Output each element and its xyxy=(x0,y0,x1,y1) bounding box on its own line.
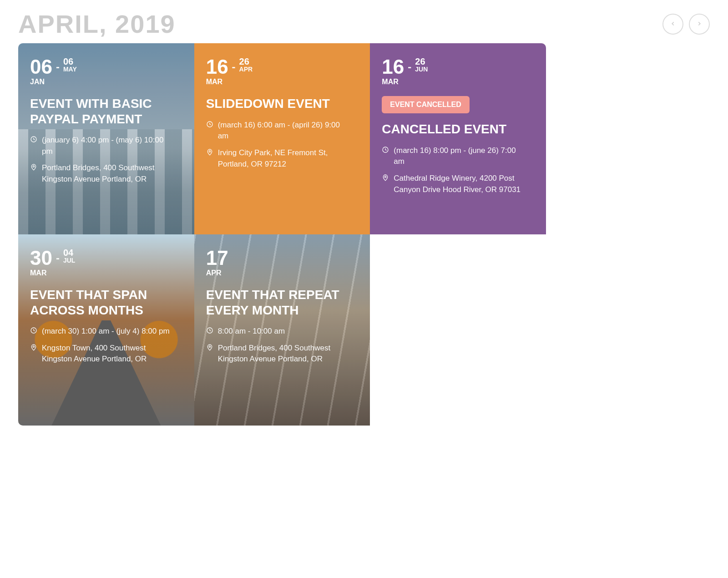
event-location-text: Cathedral Ridge Winery, 4200 Post Canyon… xyxy=(394,173,525,195)
status-badge: EVENT CANCELLED xyxy=(382,96,469,113)
event-date-range: 06 - 06 MAY xyxy=(30,57,182,77)
clock-icon xyxy=(206,121,213,128)
calendar-header: APRIL, 2019 xyxy=(18,9,710,39)
event-time: (january 6) 4:00 pm - (may 6) 10:00 pm xyxy=(30,135,173,157)
clock-icon xyxy=(30,327,37,334)
events-grid: 06 - 06 MAY JAN EVENT WITH BASIC PAYPAL … xyxy=(18,43,546,426)
event-card[interactable]: 06 - 06 MAY JAN EVENT WITH BASIC PAYPAL … xyxy=(18,43,194,234)
clock-icon xyxy=(30,136,37,143)
page-title: APRIL, 2019 xyxy=(18,9,176,39)
event-date-range: 16 - 26 JUN xyxy=(382,57,534,77)
pin-icon xyxy=(30,163,37,171)
start-day: 16 xyxy=(206,57,228,77)
svg-point-7 xyxy=(33,346,34,347)
month-nav xyxy=(662,14,710,35)
end-month: MAY xyxy=(63,66,77,72)
event-location-text: Irving City Park, NE Fremont St, Portlan… xyxy=(218,147,349,170)
event-time-text: 8:00 am - 10:00 am xyxy=(218,326,285,337)
start-month: MAR xyxy=(382,78,534,86)
end-day: 06 xyxy=(63,57,77,66)
start-day: 16 xyxy=(382,57,404,77)
start-day: 06 xyxy=(30,57,52,77)
clock-icon xyxy=(206,327,213,334)
event-date-range: 17 xyxy=(206,248,359,268)
end-day: 26 xyxy=(415,57,428,66)
svg-point-5 xyxy=(385,176,386,177)
event-location: Cathedral Ridge Winery, 4200 Post Canyon… xyxy=(382,173,525,195)
event-title: EVENT THAT SPAN ACROSS MONTHS xyxy=(30,287,170,318)
event-location: Irving City Park, NE Fremont St, Portlan… xyxy=(206,147,349,170)
event-location: Kngston Town, 400 Southwest Kingston Ave… xyxy=(30,343,173,365)
start-month: JAN xyxy=(30,78,182,86)
end-day: 26 xyxy=(239,57,253,66)
svg-point-3 xyxy=(209,151,210,152)
event-card[interactable]: 17 APR EVENT THAT REPEAT EVERY MONTH 8:0… xyxy=(194,234,370,426)
pin-icon xyxy=(382,174,389,181)
event-time: 8:00 am - 10:00 am xyxy=(206,326,349,337)
event-time-text: (march 30) 1:00 am - (july 4) 8:00 pm xyxy=(42,326,170,337)
event-title: EVENT THAT REPEAT EVERY MONTH xyxy=(206,287,346,318)
svg-point-9 xyxy=(209,346,210,347)
date-dash: - xyxy=(408,61,411,73)
event-date-range: 30 - 04 JUL xyxy=(30,248,182,268)
event-card[interactable]: 30 - 04 JUL MAR EVENT THAT SPAN ACROSS M… xyxy=(18,234,194,426)
end-month: JUL xyxy=(63,257,75,264)
event-location-text: Portland Bridges, 400 Southwest Kingston… xyxy=(218,343,349,365)
event-time: (march 30) 1:00 am - (july 4) 8:00 pm xyxy=(30,326,173,337)
event-time: (march 16) 8:00 pm - (june 26) 7:00 am xyxy=(382,145,525,167)
event-time-text: (march 16) 6:00 am - (april 26) 9:00 am xyxy=(218,120,349,142)
event-location: Portland Bridges, 400 Southwest Kingston… xyxy=(206,343,349,365)
date-dash: - xyxy=(56,252,60,264)
event-time: (march 16) 6:00 am - (april 26) 9:00 am xyxy=(206,120,349,142)
pin-icon xyxy=(206,344,213,351)
end-month: APR xyxy=(239,66,253,72)
event-location-text: Portland Bridges, 400 Southwest Kingston… xyxy=(42,162,173,185)
event-time-text: (january 6) 4:00 pm - (may 6) 10:00 pm xyxy=(42,135,173,157)
event-title: SLIDEDOWN EVENT xyxy=(206,96,346,112)
chevron-right-icon xyxy=(696,19,703,29)
start-day: 30 xyxy=(30,248,52,268)
event-date-range: 16 - 26 APR xyxy=(206,57,359,77)
event-location: Portland Bridges, 400 Southwest Kingston… xyxy=(30,162,173,185)
next-month-button[interactable] xyxy=(689,14,710,35)
svg-point-1 xyxy=(33,166,34,167)
event-card[interactable]: 16 - 26 APR MAR SLIDEDOWN EVENT (march 1… xyxy=(194,43,370,234)
event-time-text: (march 16) 8:00 pm - (june 26) 7:00 am xyxy=(394,145,525,167)
date-dash: - xyxy=(232,61,236,73)
chevron-left-icon xyxy=(670,19,676,29)
event-card[interactable]: 16 - 26 JUN MAR EVENT CANCELLED CANCELLE… xyxy=(370,43,546,234)
event-location-text: Kngston Town, 400 Southwest Kingston Ave… xyxy=(42,343,173,365)
prev-month-button[interactable] xyxy=(662,14,683,35)
event-title: CANCELLED EVENT xyxy=(382,122,522,137)
start-month: APR xyxy=(206,269,359,277)
event-title: EVENT WITH BASIC PAYPAL PAYMENT xyxy=(30,96,170,127)
end-day: 04 xyxy=(63,248,75,257)
end-month: JUN xyxy=(415,66,428,72)
clock-icon xyxy=(382,146,389,153)
pin-icon xyxy=(206,148,213,156)
start-day: 17 xyxy=(206,248,228,268)
date-dash: - xyxy=(56,61,60,73)
start-month: MAR xyxy=(30,269,182,277)
pin-icon xyxy=(30,344,37,351)
start-month: MAR xyxy=(206,78,359,86)
